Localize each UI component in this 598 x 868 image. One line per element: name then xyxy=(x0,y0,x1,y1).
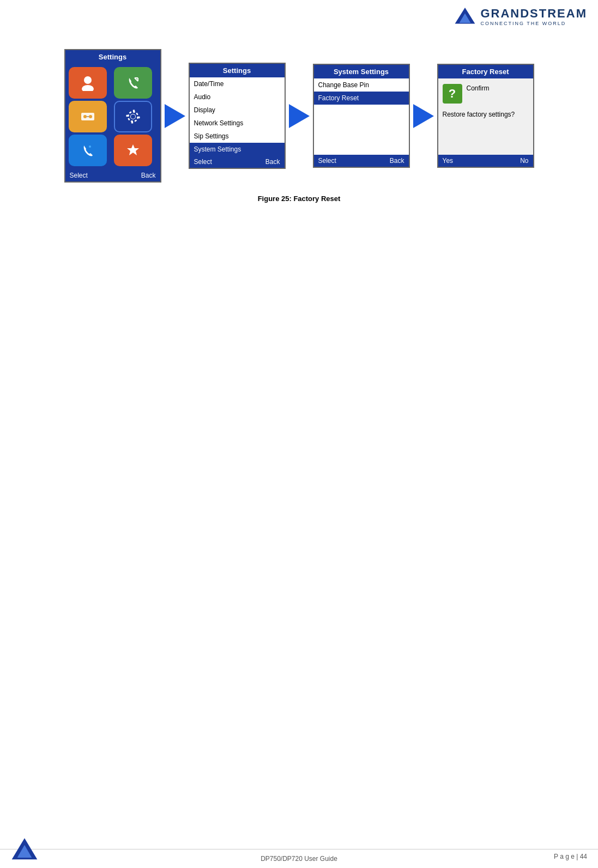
screen1-title: Settings xyxy=(65,50,160,64)
screen1-grid xyxy=(65,64,160,169)
svg-point-14 xyxy=(89,145,91,148)
figure-area: Settings xyxy=(0,33,598,188)
footer-doc-title: DP750/DP720 User Guide xyxy=(261,855,337,863)
menu-item-factoryreset: Factory Reset xyxy=(314,92,409,105)
screen4-no: No xyxy=(520,157,528,165)
svg-marker-15 xyxy=(127,144,139,155)
screen4: Factory Reset ? Confirm Restore factory … xyxy=(437,64,534,168)
menu-item-audio: Audio xyxy=(190,90,285,104)
footer-logo-icon xyxy=(11,836,38,863)
screen2-menu: Date/Time Audio Display Network Settings… xyxy=(190,77,285,156)
confirm-label: Confirm xyxy=(467,84,490,93)
screen1-select: Select xyxy=(70,172,88,179)
page-header: GRANDSTREAM CONNECTING THE WORLD xyxy=(0,0,598,33)
figure-caption: Figure 25: Factory Reset xyxy=(0,195,598,203)
icon-tape xyxy=(69,101,107,132)
icon-star xyxy=(114,135,152,166)
screen4-yes: Yes xyxy=(443,157,454,165)
svg-point-3 xyxy=(82,85,94,91)
screen1-back: Back xyxy=(141,172,156,179)
menu-item-datetime: Date/Time xyxy=(190,77,285,90)
menu-item-system: System Settings xyxy=(190,143,285,156)
svg-point-8 xyxy=(83,115,87,118)
logo-area: GRANDSTREAM CONNECTING THE WORLD xyxy=(454,5,587,27)
arrow2 xyxy=(286,104,313,128)
arrow1-shape xyxy=(165,104,185,128)
screen3: System Settings Change Base Pin Factory … xyxy=(313,64,410,168)
grandstream-logo-icon xyxy=(454,5,476,27)
restore-text: Restore factory settings? xyxy=(443,108,529,122)
page-footer: DP750/DP720 User Guide P a g e | 44 xyxy=(0,849,598,868)
confirm-row: ? Confirm xyxy=(443,84,529,104)
arrow3 xyxy=(410,104,437,128)
menu-item-network: Network Settings xyxy=(190,117,285,130)
icon-call xyxy=(114,67,152,99)
menu-item-display: Display xyxy=(190,104,285,117)
footer-logo xyxy=(11,836,38,865)
svg-point-13 xyxy=(131,114,135,119)
question-icon: ? xyxy=(443,84,462,104)
arrow2-shape xyxy=(289,104,310,128)
screen2-back: Back xyxy=(265,158,280,166)
arrow1 xyxy=(161,104,189,128)
screen2-select: Select xyxy=(194,158,212,166)
icon-person xyxy=(69,67,107,99)
screen2-title: Settings xyxy=(190,64,285,77)
screen3-select: Select xyxy=(318,157,336,165)
arrow3-shape xyxy=(413,104,434,128)
screen2: Settings Date/Time Audio Display Network… xyxy=(189,63,286,169)
logo-text-area: GRANDSTREAM CONNECTING THE WORLD xyxy=(480,7,587,26)
icon-handset xyxy=(69,135,107,166)
screen3-list: Change Base Pin Factory Reset xyxy=(314,78,409,155)
menu-item-sip: Sip Settings xyxy=(190,130,285,143)
screen3-bottom: Select Back xyxy=(314,155,409,167)
svg-point-2 xyxy=(84,76,92,84)
screen4-bottom: Yes No xyxy=(438,155,533,167)
icon-gear xyxy=(114,101,152,132)
screen3-back: Back xyxy=(390,157,404,165)
screen1: Settings xyxy=(64,49,161,183)
screen3-title: System Settings xyxy=(314,65,409,78)
screen4-title: Factory Reset xyxy=(438,65,533,78)
footer-page-number: P a g e | 44 xyxy=(554,853,587,860)
brand-tagline: CONNECTING THE WORLD xyxy=(480,21,566,26)
menu-item-changepin: Change Base Pin xyxy=(314,78,409,92)
brand-name: GRANDSTREAM xyxy=(480,7,587,21)
screen2-bottom: Select Back xyxy=(190,156,285,168)
screen4-confirm: ? Confirm Restore factory settings? xyxy=(438,78,533,155)
screen1-bottom: Select Back xyxy=(65,169,160,181)
svg-point-9 xyxy=(89,115,92,118)
